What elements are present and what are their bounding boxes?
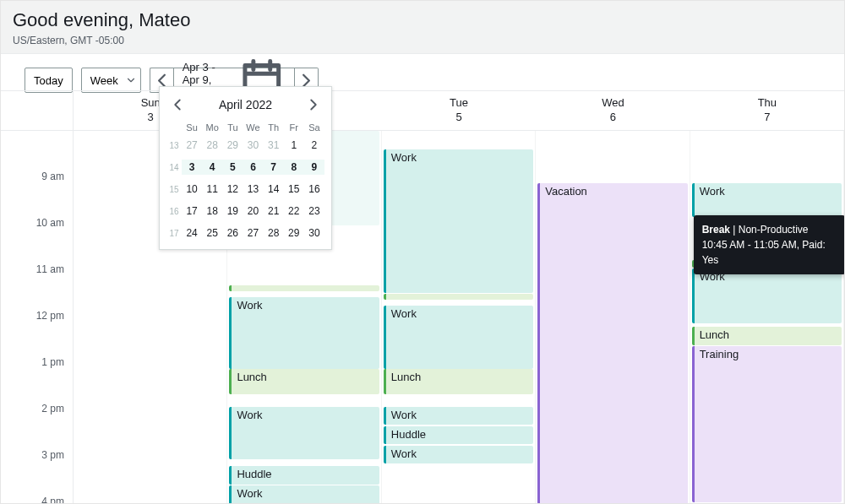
datepicker-day[interactable]: 15 xyxy=(284,182,304,197)
hour-label: 4 pm xyxy=(41,496,64,504)
datepicker-day[interactable]: 20 xyxy=(243,203,263,219)
datepicker-day[interactable]: 4 xyxy=(202,160,222,175)
dow-label: Sa xyxy=(304,122,324,133)
hour-label: 2 pm xyxy=(41,403,64,415)
event-block[interactable]: Work xyxy=(384,306,533,369)
event-block[interactable]: Work xyxy=(692,268,842,323)
dow-label: We xyxy=(243,122,263,133)
event-block[interactable]: Work xyxy=(692,183,842,217)
datepicker-popover: April 2022 Su Mo Tu We Th Fr Sa 13 27 28… xyxy=(159,86,332,250)
datepicker-day[interactable]: 2 xyxy=(304,138,324,153)
event-block[interactable]: Work xyxy=(229,407,379,459)
datepicker-day[interactable]: 18 xyxy=(202,203,222,219)
event-tooltip: Break | Non-Productive 10:45 AM - 11:05 … xyxy=(694,215,845,274)
day-column-tue[interactable]: Work Work Lunch Work Huddle Work xyxy=(382,131,536,503)
day-header-wed: Wed 6 xyxy=(536,91,690,130)
datepicker-day[interactable]: 10 xyxy=(182,182,202,197)
datepicker-day[interactable]: 24 xyxy=(182,225,202,241)
datepicker-day[interactable]: 17 xyxy=(182,203,202,219)
datepicker-day[interactable]: 13 xyxy=(243,182,263,197)
datepicker-day[interactable]: 21 xyxy=(264,203,284,219)
event-block[interactable]: Vacation xyxy=(537,183,687,504)
calendar-day-headers: Sun 3 Mon 4 Tue 5 Wed 6 Thu 7 xyxy=(1,90,844,131)
datepicker-day[interactable]: 28 xyxy=(264,225,284,241)
datepicker-day[interactable]: 22 xyxy=(284,203,304,219)
datepicker-day[interactable]: 8 xyxy=(284,160,304,175)
event-block[interactable]: Training xyxy=(692,346,842,502)
datepicker-day[interactable]: 27 xyxy=(243,225,263,241)
datepicker-day[interactable]: 12 xyxy=(222,182,243,197)
datepicker-day[interactable]: 29 xyxy=(222,138,243,153)
hour-label: 12 pm xyxy=(36,310,64,322)
timezone-label: US/Eastern, GMT -05:00 xyxy=(13,35,832,46)
week-number: 13 xyxy=(166,138,182,153)
event-block[interactable]: Work xyxy=(384,446,533,463)
dow-label: Fr xyxy=(284,122,304,133)
event-block[interactable]: Work xyxy=(229,297,379,369)
event-block[interactable] xyxy=(229,285,379,291)
datepicker-month-label: April 2022 xyxy=(219,98,272,111)
datepicker-day[interactable]: 23 xyxy=(304,203,324,219)
week-number: 15 xyxy=(166,182,182,197)
datepicker-day[interactable]: 5 xyxy=(222,160,243,175)
dow-label: Su xyxy=(182,122,202,133)
time-gutter: 9 am 10 am 11 am 12 pm 1 pm 2 pm 3 pm 4 … xyxy=(1,131,74,503)
hour-label: 11 am xyxy=(36,263,64,275)
dow-label: Th xyxy=(264,122,284,133)
chevron-down-icon xyxy=(125,74,137,86)
datepicker-day[interactable]: 28 xyxy=(202,138,222,153)
datepicker-day[interactable]: 31 xyxy=(264,138,284,153)
event-block[interactable]: Huddle xyxy=(229,466,379,485)
datepicker-day[interactable]: 16 xyxy=(304,182,324,197)
datepicker-day[interactable]: 11 xyxy=(202,182,222,197)
page-title: Good evening, Mateo xyxy=(13,9,832,31)
datepicker-day[interactable]: 19 xyxy=(222,203,243,219)
datepicker-day[interactable]: 7 xyxy=(264,160,284,175)
datepicker-day[interactable]: 9 xyxy=(304,160,324,175)
datepicker-day[interactable]: 30 xyxy=(243,138,263,153)
datepicker-day[interactable]: 27 xyxy=(182,138,202,153)
page-header: Good evening, Mateo US/Eastern, GMT -05:… xyxy=(1,1,844,54)
event-block[interactable]: Lunch xyxy=(692,327,842,345)
event-block[interactable]: Lunch xyxy=(229,369,379,394)
datepicker-day[interactable]: 6 xyxy=(243,160,263,175)
dow-label: Mo xyxy=(202,122,222,133)
calendar-grid: 9 am 10 am 11 am 12 pm 1 pm 2 pm 3 pm 4 … xyxy=(1,131,844,503)
event-block[interactable]: Work xyxy=(384,149,533,293)
datepicker-day[interactable]: 1 xyxy=(284,138,304,153)
event-block[interactable]: Work xyxy=(229,485,379,504)
datepicker-day[interactable]: 26 xyxy=(222,225,243,241)
datepicker-day[interactable]: 25 xyxy=(202,225,222,241)
tooltip-title: Break xyxy=(702,224,730,236)
day-header-thu: Thu 7 xyxy=(690,91,844,130)
hour-label: 1 pm xyxy=(41,356,64,368)
event-block[interactable]: Lunch xyxy=(384,369,533,394)
chevron-right-icon xyxy=(304,95,323,114)
datepicker-prev-month[interactable] xyxy=(168,95,187,114)
datepicker-day[interactable]: 14 xyxy=(264,182,284,197)
week-number: 14 xyxy=(166,160,182,175)
week-number: 17 xyxy=(166,225,182,241)
datepicker-day[interactable]: 3 xyxy=(182,160,202,175)
day-column-thu[interactable]: Work Work Lunch Training Break | Non-Pro… xyxy=(690,131,844,503)
tooltip-detail: 10:45 AM - 11:05 AM, Paid: Yes xyxy=(702,239,826,266)
event-block[interactable] xyxy=(384,294,533,300)
day-header-tue: Tue 5 xyxy=(382,91,536,130)
chevron-left-icon xyxy=(168,95,187,114)
event-block[interactable]: Huddle xyxy=(384,426,533,444)
datepicker-day[interactable]: 30 xyxy=(304,225,324,241)
dow-label: Tu xyxy=(222,122,243,133)
hour-label: 3 pm xyxy=(41,449,64,461)
today-button[interactable]: Today xyxy=(25,68,73,93)
hour-label: 9 am xyxy=(41,171,64,182)
datepicker-day[interactable]: 29 xyxy=(284,225,304,241)
view-select[interactable]: Week xyxy=(81,68,141,93)
datepicker-next-month[interactable] xyxy=(304,95,323,114)
view-select-label: Week xyxy=(90,74,118,87)
week-number: 16 xyxy=(166,203,182,219)
day-column-wed[interactable]: Vacation xyxy=(536,131,690,503)
tooltip-type: Non-Productive xyxy=(739,224,809,236)
event-block[interactable]: Work xyxy=(384,407,533,425)
hour-label: 10 am xyxy=(36,217,64,229)
